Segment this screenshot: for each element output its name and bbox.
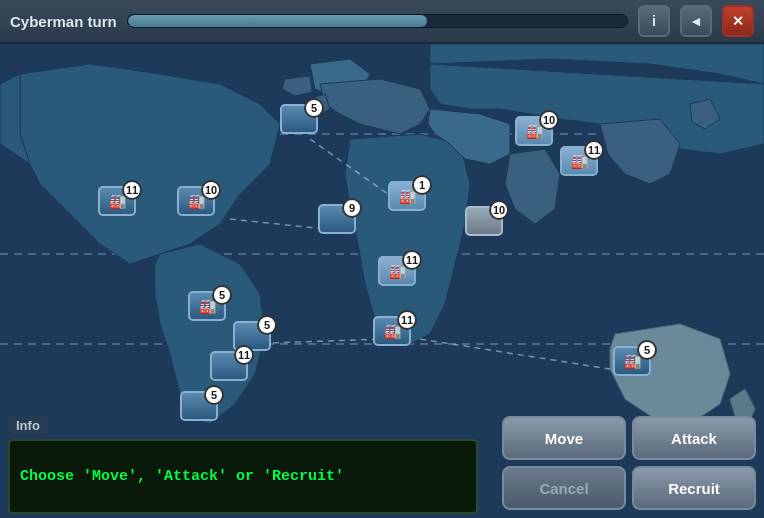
recruit-button[interactable]: Recruit xyxy=(632,466,756,510)
territory-t10[interactable]: 🏭 11 xyxy=(373,316,411,346)
badge-t14: 5 xyxy=(204,385,224,405)
progress-bar-fill xyxy=(128,15,428,27)
info-button[interactable]: i xyxy=(638,5,670,37)
territory-t15[interactable]: 🏭 5 xyxy=(613,346,651,376)
window-title: Cyberman turn xyxy=(10,13,117,30)
sound-button[interactable]: ◄ xyxy=(680,5,712,37)
info-message: Choose 'Move', 'Attack' or 'Recruit' xyxy=(20,468,344,485)
territory-t11[interactable]: 🏭 5 xyxy=(188,291,226,321)
badge-t6: 1 xyxy=(412,175,432,195)
badge-t2: 10 xyxy=(539,110,559,130)
badge-t4: 11 xyxy=(122,180,142,200)
badge-t1: 5 xyxy=(304,98,324,118)
progress-bar-container xyxy=(127,14,628,28)
cancel-button[interactable]: Cancel xyxy=(502,466,626,510)
territory-t8[interactable]: 10 xyxy=(465,206,503,236)
badge-t10: 11 xyxy=(397,310,417,330)
territory-t3[interactable]: 🏭 11 xyxy=(560,146,598,176)
badge-t8: 10 xyxy=(489,200,509,220)
badge-t5: 10 xyxy=(201,180,221,200)
territory-t2[interactable]: 🏭 10 xyxy=(515,116,553,146)
territory-t5[interactable]: 🏭 10 xyxy=(177,186,215,216)
badge-t9: 11 xyxy=(402,250,422,270)
map-area: 5 🏭 10 🏭 11 🏭 11 🏭 10 🏭 1 xyxy=(0,44,764,518)
badge-t15: 5 xyxy=(637,340,657,360)
info-text-box: Choose 'Move', 'Attack' or 'Recruit' xyxy=(8,439,478,514)
badge-t13: 11 xyxy=(234,345,254,365)
close-button[interactable]: ✕ xyxy=(722,5,754,37)
attack-button[interactable]: Attack xyxy=(632,416,756,460)
territory-t7[interactable]: 9 xyxy=(318,204,356,234)
territory-t9[interactable]: 🏭 11 xyxy=(378,256,416,286)
info-panel: Info Choose 'Move', 'Attack' or 'Recruit… xyxy=(0,408,490,518)
badge-t12: 5 xyxy=(257,315,277,335)
badge-t11: 5 xyxy=(212,285,232,305)
territory-t1[interactable]: 5 xyxy=(280,104,318,134)
badge-t7: 9 xyxy=(342,198,362,218)
action-buttons: Move Attack Cancel Recruit xyxy=(494,408,764,518)
info-label: Info xyxy=(8,416,48,435)
move-button[interactable]: Move xyxy=(502,416,626,460)
territory-t13[interactable]: 11 xyxy=(210,351,248,381)
badge-t3: 11 xyxy=(584,140,604,160)
title-bar: Cyberman turn i ◄ ✕ xyxy=(0,0,764,44)
territory-t6[interactable]: 🏭 1 xyxy=(388,181,426,211)
territory-t4[interactable]: 🏭 11 xyxy=(98,186,136,216)
